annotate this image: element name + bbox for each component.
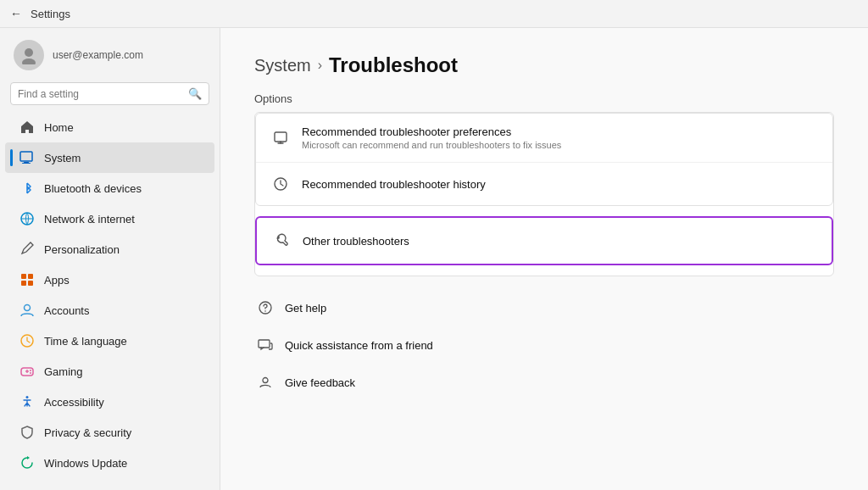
apps-icon — [19, 271, 36, 288]
svg-point-23 — [263, 378, 268, 383]
user-name: user@example.com — [53, 49, 143, 61]
option-text-other-troubleshooters: Other troubleshooters — [303, 235, 409, 248]
sidebar-label-apps: Apps — [44, 274, 70, 287]
accessibility-icon — [19, 393, 36, 410]
sidebar-label-accessibility: Accessibility — [44, 396, 104, 409]
gaming-icon — [19, 363, 36, 380]
extra-link-label-get-help: Get help — [285, 302, 326, 315]
svg-rect-18 — [275, 132, 287, 142]
back-button[interactable]: ← — [10, 7, 22, 20]
recommended-history-icon — [271, 175, 290, 193]
sidebar-item-accounts[interactable]: Accounts — [5, 295, 214, 326]
option-item-recommended-prefs[interactable]: Recommended troubleshooter preferences M… — [256, 114, 832, 163]
options-card: Recommended troubleshooter preferences M… — [255, 113, 833, 206]
svg-rect-4 — [22, 163, 31, 164]
personalization-icon — [19, 241, 36, 258]
other-troubleshooters-icon — [272, 231, 291, 250]
option-text-recommended-prefs: Recommended troubleshooter preferences M… — [302, 125, 561, 150]
sidebar-item-accessibility[interactable]: Accessibility — [5, 387, 214, 417]
content-area: System › Troubleshoot Options Recommende… — [220, 28, 868, 490]
option-text-recommended-history: Recommended troubleshooter history — [302, 178, 486, 191]
extra-link-label-quick-assist: Quick assistance from a friend — [285, 339, 433, 352]
svg-point-21 — [264, 310, 266, 312]
system-icon — [19, 149, 36, 166]
breadcrumb-chevron: › — [318, 58, 322, 73]
extra-link-label-give-feedback: Give feedback — [285, 376, 355, 389]
section-title: Options — [254, 92, 834, 105]
sidebar-item-home[interactable]: Home — [5, 112, 214, 142]
option-subtitle-recommended-prefs: Microsoft can recommend and run troubles… — [302, 140, 561, 150]
user-profile: user@example.com — [0, 28, 220, 79]
svg-rect-9 — [28, 281, 33, 286]
svg-point-17 — [26, 396, 29, 398]
sidebar-label-personalization: Personalization — [44, 243, 120, 256]
sidebar-item-gaming[interactable]: Gaming — [5, 356, 214, 387]
extra-link-give-feedback[interactable]: Give feedback — [254, 365, 834, 400]
sidebar-item-network[interactable]: Network & internet — [5, 203, 214, 234]
sidebar-item-apps[interactable]: Apps — [5, 264, 214, 295]
extra-link-get-help[interactable]: Get help — [254, 290, 834, 326]
svg-rect-7 — [28, 274, 33, 279]
breadcrumb-current: Troubleshoot — [329, 53, 458, 77]
sidebar-label-update: Windows Update — [44, 457, 127, 470]
svg-point-0 — [25, 48, 33, 57]
accounts-icon — [19, 302, 36, 319]
quick-assist-icon — [256, 336, 275, 354]
sidebar-label-time: Time & language — [44, 335, 127, 348]
privacy-icon — [19, 424, 36, 441]
breadcrumb: System › Troubleshoot — [254, 53, 834, 77]
option-item-recommended-history[interactable]: Recommended troubleshooter history — [256, 163, 832, 205]
option-title-recommended-history: Recommended troubleshooter history — [302, 178, 486, 191]
extra-link-quick-assist[interactable]: Quick assistance from a friend — [254, 327, 834, 363]
svg-rect-22 — [259, 340, 270, 348]
sidebar-label-home: Home — [44, 121, 74, 134]
svg-point-16 — [30, 372, 31, 374]
sidebar-label-bluetooth: Bluetooth & devices — [44, 182, 142, 195]
sidebar-item-personalization[interactable]: Personalization — [5, 234, 214, 264]
avatar — [14, 40, 44, 70]
option-title-recommended-prefs: Recommended troubleshooter preferences — [302, 125, 561, 138]
sidebar: user@example.com 🔍 Home System Bluetooth… — [0, 28, 220, 490]
svg-point-15 — [30, 370, 31, 371]
svg-rect-6 — [21, 274, 26, 279]
app-title: Settings — [31, 8, 70, 20]
option-title-other-troubleshooters: Other troubleshooters — [303, 235, 409, 248]
home-icon — [19, 119, 36, 136]
sidebar-item-privacy[interactable]: Privacy & security — [5, 417, 214, 448]
sidebar-item-bluetooth[interactable]: Bluetooth & devices — [5, 173, 214, 203]
time-icon — [19, 332, 36, 349]
sidebar-label-network: Network & internet — [44, 213, 135, 226]
search-box[interactable]: 🔍 — [10, 82, 209, 105]
sidebar-item-update[interactable]: Windows Update — [5, 448, 214, 478]
update-icon — [19, 454, 36, 471]
network-icon — [19, 210, 36, 227]
extra-links: Get help Quick assistance from a friend … — [254, 290, 834, 400]
breadcrumb-parent: System — [254, 56, 311, 75]
svg-point-1 — [22, 58, 36, 64]
search-icon: 🔍 — [188, 87, 202, 100]
svg-rect-2 — [20, 152, 32, 161]
sidebar-label-system: System — [44, 152, 81, 164]
title-bar: ← Settings — [0, 0, 868, 28]
sidebar-item-system[interactable]: System — [5, 142, 214, 173]
main-container: user@example.com 🔍 Home System Bluetooth… — [0, 28, 868, 490]
sidebar-label-privacy: Privacy & security — [44, 426, 131, 439]
sidebar-label-gaming: Gaming — [44, 365, 83, 378]
give-feedback-icon — [256, 373, 275, 392]
options-list: Recommended troubleshooter preferences M… — [254, 112, 834, 276]
get-help-icon — [256, 298, 275, 317]
nav-list: Home System Bluetooth & devices Network … — [0, 112, 220, 478]
bluetooth-icon — [19, 180, 36, 197]
option-item-other-troubleshooters[interactable]: Other troubleshooters — [255, 216, 833, 265]
recommended-prefs-icon — [271, 129, 290, 148]
svg-rect-8 — [21, 281, 26, 286]
sidebar-label-accounts: Accounts — [44, 304, 89, 317]
search-input[interactable] — [18, 88, 183, 100]
svg-point-10 — [25, 305, 31, 311]
sidebar-item-time[interactable]: Time & language — [5, 326, 214, 356]
